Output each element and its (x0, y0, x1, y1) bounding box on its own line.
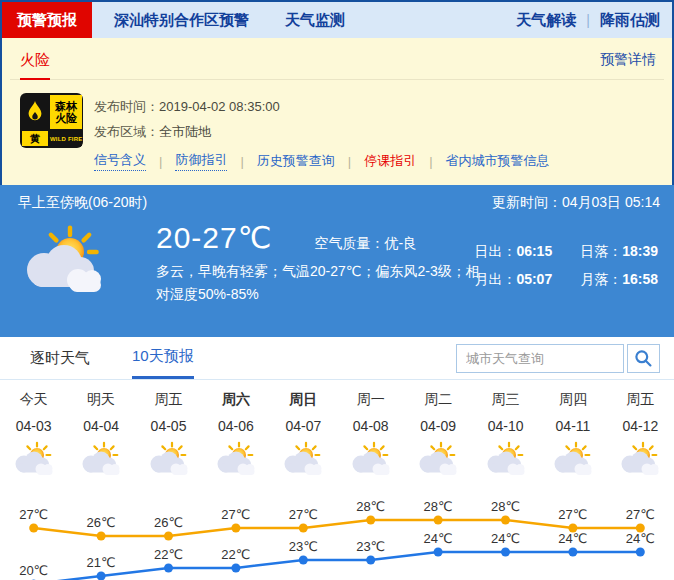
forecast-day-column: 明天 04-04 (67, 391, 134, 483)
warning-link[interactable]: 历史预警查询 (257, 152, 335, 170)
chart-point (299, 556, 308, 565)
partly-cloudy-icon (10, 441, 58, 479)
link-separator: | (348, 154, 351, 169)
forecast-day-name: 周日 (270, 391, 337, 409)
chart-value-label: 21℃ (87, 555, 116, 570)
top-navbar: 预警预报 深汕特别合作区预警 天气监测 天气解读 | 降雨估测 (2, 2, 672, 38)
forecast-day-column: 周一 04-08 (337, 391, 404, 483)
link-separator: | (240, 154, 243, 169)
tab-hourly-weather[interactable]: 逐时天气 (30, 337, 90, 379)
forecast-day-name: 今天 (0, 391, 67, 409)
partly-cloudy-icon (145, 441, 193, 479)
forecast-day-date: 04-11 (539, 418, 606, 434)
moonset-time: 月落：16:58 (580, 271, 658, 289)
chart-value-label: 24℃ (424, 531, 453, 546)
forecast-day-date: 04-10 (472, 418, 539, 434)
partly-cloudy-icon (212, 441, 260, 479)
chart-value-label: 23℃ (356, 539, 385, 554)
forecast-day-date: 04-09 (404, 418, 471, 434)
chart-value-label: 27℃ (19, 507, 48, 522)
forecast-day-date: 04-04 (67, 418, 134, 434)
chart-value-label: 26℃ (154, 515, 183, 530)
conditions-main: 20-27℃ 空气质量：优-良 多云，早晚有轻雾；气温20-27℃；偏东风2-3… (156, 220, 488, 306)
publish-time-value: 2019-04-02 08:35:00 (159, 99, 280, 114)
chart-value-label: 28℃ (491, 499, 520, 514)
chart-line-low (34, 552, 641, 580)
warning-detail-link[interactable]: 预警详情 (600, 51, 656, 69)
chart-point (366, 516, 375, 525)
partly-cloudy-icon (482, 441, 530, 479)
temperature-range: 20-27℃ (156, 220, 272, 255)
navbar-right-links: 天气解读 | 降雨估测 (516, 2, 672, 38)
chart-value-label: 22℃ (221, 547, 250, 562)
warning-info: 发布时间：2019-04-02 08:35:00 发布区域：全市陆地 信号含义|… (94, 93, 550, 171)
chart-value-label: 24℃ (626, 531, 655, 546)
forecast-tabs-bar: 逐时天气 10天预报 (0, 337, 674, 380)
publish-area-row: 发布区域：全市陆地 (94, 119, 550, 144)
nav-item-weather-monitor[interactable]: 天气监测 (285, 2, 345, 38)
forecast-day-column: 今天 04-03 (0, 391, 67, 483)
forecast-day-name: 周一 (337, 391, 404, 409)
warning-section: 火险 预警详情 森林 火险 黄 WILD FIR (2, 38, 672, 185)
chart-value-label: 24℃ (558, 531, 587, 546)
chart-point (97, 532, 106, 541)
publish-time-label: 发布时间： (94, 99, 159, 114)
forecast-day-name: 周五 (135, 391, 202, 409)
chart-value-label: 27℃ (221, 507, 250, 522)
chart-point (636, 548, 645, 557)
forecast-day-name: 周二 (404, 391, 471, 409)
forecast-day-column: 周四 04-11 (539, 391, 606, 483)
weather-description: 多云，早晚有轻雾；气温20-27℃；偏东风2-3级；相对湿度50%-85% (156, 260, 488, 306)
nav-item-weather-interpretation[interactable]: 天气解读 (516, 11, 576, 30)
forecast-day-date: 04-07 (270, 418, 337, 434)
publish-time-row: 发布时间：2019-04-02 08:35:00 (94, 94, 550, 119)
forecast-day-column: 周五 04-05 (135, 391, 202, 483)
alert-category-tab-fire-risk[interactable]: 火险 (20, 51, 50, 80)
chart-value-label: 26℃ (87, 515, 116, 530)
forecast-day-name: 周四 (539, 391, 606, 409)
forest-fire-yellow-warning-sign-icon: 森林 火险 黄 WILD FIRE (20, 93, 83, 148)
chart-value-label: 22℃ (154, 547, 183, 562)
chart-point (434, 516, 443, 525)
link-separator: | (429, 154, 432, 169)
warning-link[interactable]: 省内城市预警信息 (446, 152, 550, 170)
top-section: 预警预报 深汕特别合作区预警 天气监测 天气解读 | 降雨估测 火险 预警详情 (0, 0, 674, 185)
partly-cloudy-icon (279, 441, 327, 479)
warning-link[interactable]: 信号含义 (94, 151, 146, 171)
chart-value-label: 27℃ (558, 507, 587, 522)
forecast-columns: 今天 04-03 明天 04-04 周五 04-05 周六 04-06 周日 0… (0, 380, 674, 483)
nav-tab-warning-forecast[interactable]: 预警预报 (2, 2, 92, 38)
temperature-chart: 27℃26℃26℃27℃27℃28℃28℃28℃27℃27℃20℃21℃22℃2… (0, 483, 674, 580)
weather-portal-page: 预警预报 深汕特别合作区预警 天气监测 天气解读 | 降雨估测 火险 预警详情 (0, 0, 674, 580)
tab-ten-day-forecast[interactable]: 10天预报 (132, 337, 194, 379)
city-search-input[interactable] (456, 344, 624, 373)
warning-link[interactable]: 停课指引 (364, 152, 416, 170)
sunrise-time: 日出：06:15 (474, 243, 552, 261)
forecast-day-name: 明天 (67, 391, 134, 409)
search-button[interactable] (627, 344, 660, 373)
forecast-day-column: 周六 04-06 (202, 391, 269, 483)
chart-point (231, 564, 240, 573)
chart-point (29, 524, 38, 533)
alert-category-row: 火险 预警详情 (10, 38, 664, 80)
moonrise-time: 月出：05:07 (474, 271, 552, 289)
chart-value-label: 20℃ (19, 563, 48, 578)
forecast-day-date: 04-06 (202, 418, 269, 434)
chart-point (501, 516, 510, 525)
forecast-day-column: 周三 04-10 (472, 391, 539, 483)
forecast-day-date: 04-12 (607, 418, 674, 434)
forecast-day-date: 04-03 (0, 418, 67, 434)
sunset-time: 日落：18:39 (580, 243, 658, 261)
current-conditions-panel: 早上至傍晚(06-20时) 更新时间：04月03日 05:14 20-27℃ 空… (0, 185, 674, 337)
forecast-day-date: 04-08 (337, 418, 404, 434)
forecast-day-column: 周日 04-07 (270, 391, 337, 483)
city-weather-search (456, 344, 660, 373)
chart-point (97, 572, 106, 580)
partly-cloudy-icon (616, 441, 664, 479)
nav-item-shenshan-zone[interactable]: 深汕特别合作区预警 (114, 2, 249, 38)
warning-link[interactable]: 防御指引 (175, 151, 227, 171)
warning-content: 森林 火险 黄 WILD FIRE 发布时间：2019-04-02 08:35:… (2, 80, 672, 171)
nav-item-rain-estimate[interactable]: 降雨估测 (600, 11, 660, 30)
chart-value-label: 27℃ (289, 507, 318, 522)
conditions-header: 早上至傍晚(06-20时) 更新时间：04月03日 05:14 (0, 185, 674, 212)
